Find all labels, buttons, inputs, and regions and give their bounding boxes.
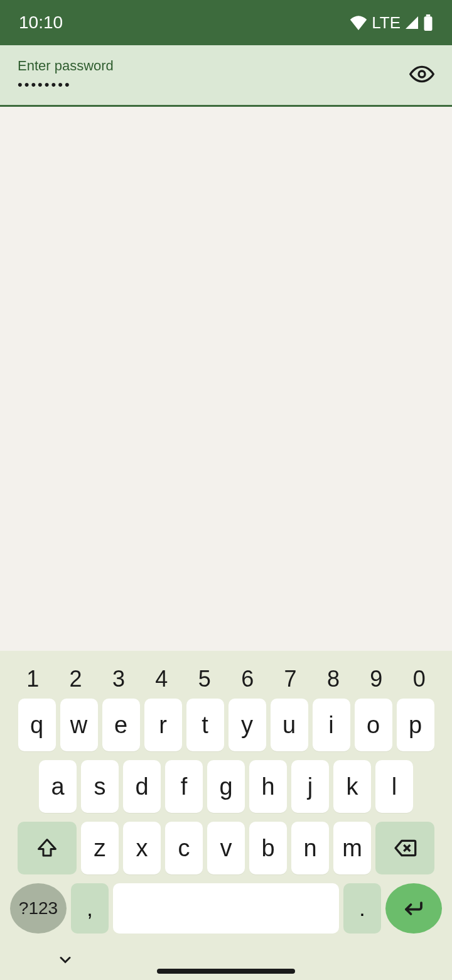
hide-keyboard-icon[interactable] (56, 951, 74, 971)
number-row: 1 2 3 4 5 6 7 8 9 0 (0, 658, 452, 699)
comma-key[interactable]: , (71, 883, 109, 934)
network-label: LTE (372, 13, 401, 33)
visibility-toggle-icon[interactable] (409, 62, 434, 89)
key-6[interactable]: 6 (229, 666, 266, 692)
key-t[interactable]: t (186, 699, 224, 751)
space-key[interactable] (113, 883, 339, 934)
svg-rect-1 (426, 14, 431, 16)
key-u[interactable]: u (271, 699, 308, 751)
key-g[interactable]: g (207, 760, 245, 813)
content-area (0, 107, 452, 651)
enter-icon (402, 897, 425, 920)
status-bar: 10:10 LTE (0, 0, 452, 45)
key-l[interactable]: l (375, 760, 413, 813)
key-o[interactable]: o (355, 699, 392, 751)
battery-icon (423, 14, 433, 31)
key-b[interactable]: b (249, 822, 287, 874)
period-key[interactable]: . (343, 883, 381, 934)
home-indicator[interactable] (157, 969, 295, 974)
key-h[interactable]: h (249, 760, 287, 813)
key-i[interactable]: i (313, 699, 350, 751)
key-q[interactable]: q (18, 699, 56, 751)
key-e[interactable]: e (102, 699, 140, 751)
key-m[interactable]: m (333, 822, 371, 874)
navigation-bar (0, 942, 452, 980)
backspace-key[interactable] (375, 822, 434, 874)
svg-rect-0 (424, 16, 433, 31)
status-time: 10:10 (19, 13, 63, 33)
key-5[interactable]: 5 (186, 666, 223, 692)
key-k[interactable]: k (333, 760, 371, 813)
backspace-icon (392, 836, 417, 861)
wifi-icon (349, 15, 368, 30)
keyboard: 1 2 3 4 5 6 7 8 9 0 q w e r t y u i o p … (0, 651, 452, 980)
key-7[interactable]: 7 (272, 666, 309, 692)
key-8[interactable]: 8 (315, 666, 352, 692)
key-j[interactable]: j (291, 760, 329, 813)
row-asdf: a s d f g h j k l (0, 760, 452, 813)
shift-key[interactable] (18, 822, 77, 874)
key-w[interactable]: w (60, 699, 98, 751)
key-4[interactable]: 4 (143, 666, 180, 692)
key-f[interactable]: f (165, 760, 203, 813)
key-2[interactable]: 2 (57, 666, 95, 692)
key-s[interactable]: s (81, 760, 119, 813)
key-x[interactable]: x (123, 822, 161, 874)
symbols-key[interactable]: ?123 (10, 883, 67, 934)
password-value: •••••••• (18, 77, 434, 93)
signal-icon (404, 15, 419, 30)
key-0[interactable]: 0 (401, 666, 438, 692)
key-c[interactable]: c (165, 822, 203, 874)
key-y[interactable]: y (229, 699, 266, 751)
password-label: Enter password (18, 58, 434, 74)
enter-key[interactable] (385, 883, 442, 934)
key-v[interactable]: v (207, 822, 245, 874)
key-d[interactable]: d (123, 760, 161, 813)
shift-icon (36, 837, 58, 859)
status-right: LTE (349, 13, 433, 33)
row-zxcv: z x c v b n m (0, 822, 452, 874)
key-z[interactable]: z (81, 822, 119, 874)
svg-point-2 (419, 71, 425, 77)
key-3[interactable]: 3 (100, 666, 137, 692)
key-a[interactable]: a (39, 760, 77, 813)
row-qwerty: q w e r t y u i o p (0, 699, 452, 751)
key-n[interactable]: n (291, 822, 329, 874)
key-1[interactable]: 1 (14, 666, 51, 692)
key-p[interactable]: p (397, 699, 434, 751)
row-bottom: ?123 , . (0, 883, 452, 942)
password-field[interactable]: Enter password •••••••• (0, 45, 452, 107)
key-9[interactable]: 9 (357, 666, 395, 692)
key-r[interactable]: r (144, 699, 182, 751)
